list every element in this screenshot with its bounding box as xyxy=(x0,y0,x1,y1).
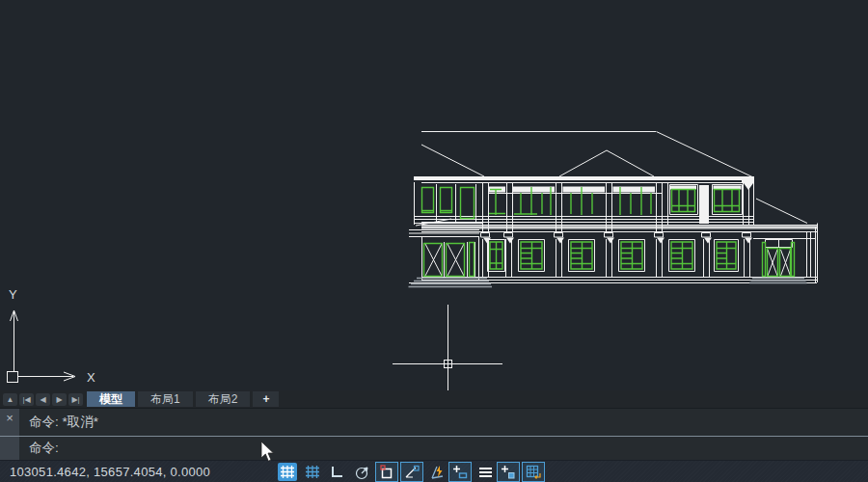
object-snap-tracking-icon[interactable] xyxy=(400,462,423,482)
dynamic-input-icon[interactable] xyxy=(427,463,447,481)
grid-display-icon[interactable] xyxy=(303,463,322,481)
object-snap-icon[interactable] xyxy=(375,462,398,482)
annotation-autoscale-icon[interactable] xyxy=(497,462,520,482)
command-prompt-input[interactable]: 命令: xyxy=(19,437,868,460)
tab-next-button[interactable]: ▶ xyxy=(52,393,67,406)
annotation-scale-icon[interactable] xyxy=(522,462,545,482)
status-bar: 103051.4642, 15657.4054, 0.0000 xyxy=(0,460,868,482)
tab-prev-button[interactable]: ◀ xyxy=(36,393,50,406)
tab-add-layout-button[interactable]: + xyxy=(253,391,279,407)
status-toggle-icons xyxy=(278,462,545,482)
mouse-pointer-icon xyxy=(259,441,277,464)
ucs-x-label: X xyxy=(87,370,95,385)
cad-application-window: Y X ▲ |◀ ◀ ▶ ▶| 模型 布局1 布局2 + × 命令: *取消* … xyxy=(0,0,868,482)
ortho-mode-icon[interactable] xyxy=(327,463,346,481)
coordinates-readout: 103051.4642, 15657.4054, 0.0000 xyxy=(10,461,210,482)
tab-layout2[interactable]: 布局2 xyxy=(196,391,251,407)
tab-layout1[interactable]: 布局1 xyxy=(138,391,193,407)
ucs-y-label: Y xyxy=(9,287,17,302)
show-annotation-objects-icon[interactable] xyxy=(448,462,472,482)
building-elevation-drawing xyxy=(409,132,818,287)
tab-last-button[interactable]: ▶| xyxy=(68,393,83,406)
tab-scroll-up-button[interactable]: ▲ xyxy=(3,393,17,406)
ucs-icon: Y X xyxy=(8,287,96,385)
lineweight-display-icon[interactable] xyxy=(475,463,495,481)
drawing-canvas[interactable]: Y X xyxy=(0,0,868,390)
tab-model[interactable]: 模型 xyxy=(87,391,135,407)
command-history-line: 命令: *取消* xyxy=(19,409,868,436)
crosshair-cursor xyxy=(393,305,502,390)
tab-first-button[interactable]: |◀ xyxy=(19,393,34,406)
command-panel-gutter: × xyxy=(0,409,19,460)
polar-tracking-icon[interactable] xyxy=(352,463,371,481)
command-line-panel: × 命令: *取消* 命令: xyxy=(0,409,868,460)
grid-snap-icon[interactable] xyxy=(278,463,297,481)
close-icon[interactable]: × xyxy=(6,411,14,425)
layout-tab-bar: ▲ |◀ ◀ ▶ ▶| 模型 布局1 布局2 + xyxy=(0,390,868,409)
